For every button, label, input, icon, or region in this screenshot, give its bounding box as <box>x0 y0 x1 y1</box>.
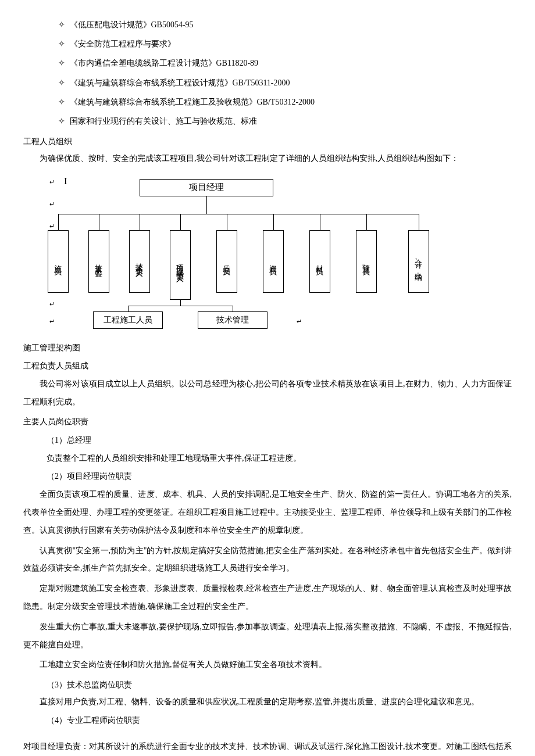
duty-label: （2）项目经理岗位职责 <box>47 469 512 483</box>
standards-list: 《低压配电设计规范》GB50054-95 《安全防范工程程序与要求》 《市内通信… <box>58 17 512 128</box>
body-text: 工地建立安全岗位责任制和防火措施,督促有关人员做好施工安全各项技术资料。 <box>23 656 512 674</box>
paragraph-marker-icon: ↵ <box>297 316 302 328</box>
duty-label: （1）总经理 <box>47 433 512 447</box>
chart-node-role: 技术负责人 <box>129 230 150 293</box>
chart-node-pm: 项目经理 <box>140 179 273 196</box>
chart-node-role: 技术总监 <box>88 230 109 293</box>
chart-node-role: 施工员 <box>48 230 69 293</box>
body-text: 全面负责该项工程的质量、进度、成本、机具、人员的安排调配,是工地安全生产、防火、… <box>23 486 512 539</box>
duty-label: （4）专业工程师岗位职责 <box>47 713 512 728</box>
chart-node-role: 预算员 <box>356 230 377 293</box>
list-item: 《安全防范工程程序与要求》 <box>58 37 512 51</box>
paragraph-marker-icon: ↵ <box>49 299 55 310</box>
chart-node-bottom: 技术管理 <box>198 311 268 329</box>
list-item: 《市内通信全塑电缆线路工程设计规范》GB11820-89 <box>58 56 512 70</box>
body-text: 定期对照建筑施工安全检查表、形象进度表、质量报检表,经常检查生产进度,生产现场的… <box>23 580 512 616</box>
chart-node-role: 项目现场负责人 <box>170 230 191 300</box>
chart-node-role: 质安员 <box>216 230 237 293</box>
body-text: 认真贯彻"安全第一,预防为主"的方针,按规定搞好安全防范措施,把安全生产落到实处… <box>23 542 512 578</box>
body-text: 直接对用户负责,对工程、物料、设备的质量和供应状况,工程质量的定期考察,监管,并… <box>23 694 512 709</box>
chart-node-bottom: 工程施工人员 <box>93 311 163 329</box>
list-item: 《建筑与建筑群综合布线系统工程施工及验收规范》GB/T50312-2000 <box>58 95 512 109</box>
body-text: 对项目经理负责：对其所设计的系统进行全面专业的技术支持、技术协调、调试及试运行,… <box>23 738 512 756</box>
section-title-duties: 主要人员岗位职责 <box>23 414 512 429</box>
section-title-staff: 工程负责人员组成 <box>23 359 512 373</box>
chart-node-role: 材料员 <box>309 230 330 293</box>
paragraph-marker-icon: ↵ <box>49 199 55 210</box>
list-item: 《低压配电设计规范》GB50054-95 <box>58 17 512 32</box>
duty-label: （3）技术总监岗位职责 <box>47 678 512 692</box>
body-text: 发生重大伤亡事故,重大未遂事故,要保护现场,立即报告,参加事故调查。处理填表上报… <box>23 618 512 654</box>
text-cursor-icon: I <box>64 173 67 190</box>
section-title-organization: 工程人员组织 <box>23 134 512 149</box>
list-item: 国家和行业现行的有关设计、施工与验收规范、标准 <box>58 114 512 128</box>
chart-node-role: 会计、出纳 <box>408 230 429 293</box>
chart-node-role: 资料员 <box>263 230 284 293</box>
list-item: 《建筑与建筑群综合布线系统工程设计规范》GB/T50311-2000 <box>58 76 512 90</box>
paragraph-marker-icon: ↵ <box>49 177 55 188</box>
org-chart: I ↵ ↵ ↵ 项目经理 施工员 技术总监 技术负责人 项目现场负责人 质安员 … <box>35 172 459 335</box>
section-title-mgmt-diagram: 施工管理架构图 <box>23 341 512 355</box>
paragraph-marker-icon: ↵ <box>49 316 55 328</box>
body-text: 我公司将对该项目成立以上人员组织。以公司总经理为核心,把公司的各项专业技术精英放… <box>23 375 512 411</box>
body-text: 为确保优质、按时、安全的完成该工程项目,我公司针对该工程制定了详细的人员组织结构… <box>23 151 512 166</box>
body-text: 负责整个工程的人员组织安排和处理工地现场重大事件,保证工程进度。 <box>47 451 512 465</box>
